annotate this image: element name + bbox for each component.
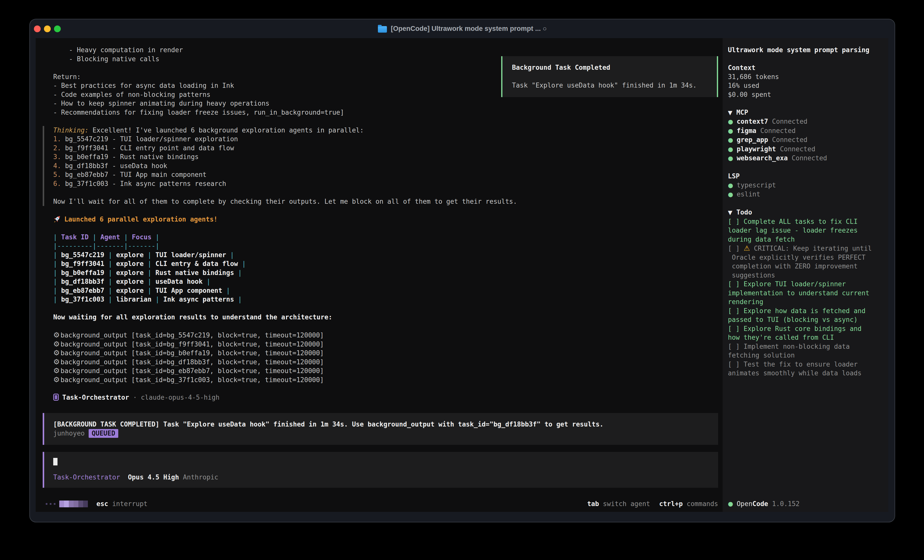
terminal-line: implementation to understand current xyxy=(728,289,884,298)
context-heading: Context xyxy=(728,63,884,72)
terminal-line: Now waiting for all exploration results … xyxy=(36,313,723,322)
close-button[interactable] xyxy=(34,25,40,32)
terminal-line: ⚙background_output [task_id=bg_df18bb3f,… xyxy=(36,358,723,367)
terminal-line: Now I'll wait for all of them to complet… xyxy=(44,197,723,206)
todo-item: [ ] Implement non-blocking datafetching … xyxy=(728,342,884,360)
status-badge: QUEUED xyxy=(88,429,118,438)
terminal-line: 6. bg_37f1c003 - Ink async patterns rese… xyxy=(44,180,723,189)
terminal-line: Thinking: Excellent! I've launched 6 bac… xyxy=(44,126,723,135)
interrupt-label: interrupt xyxy=(112,500,148,508)
terminal-line: - How to keep spinner animating during h… xyxy=(36,99,723,108)
sidebar-footer: ●OpenCode 1.0.152 xyxy=(728,498,884,512)
warn-icon: ⚠ xyxy=(744,244,750,252)
gear-icon: ⚙ xyxy=(53,340,60,348)
terminal: - Heavy computation in render - Blocking… xyxy=(36,38,888,512)
prompt-input[interactable]: Task-Orchestrator Opus 4.5 High Anthropi… xyxy=(43,452,718,488)
status-dot-icon: ● xyxy=(728,118,733,125)
minimize-button[interactable] xyxy=(44,25,51,32)
terminal-line xyxy=(36,322,723,331)
terminal-line xyxy=(36,224,723,233)
todo-section-header[interactable]: ▼Todo xyxy=(728,208,884,217)
titlebar[interactable]: [OpenCode] Ultrawork mode system prompt … xyxy=(30,19,895,38)
context-stat: 31,686 tokens xyxy=(728,72,884,82)
lsp-item: ●eslint xyxy=(728,190,884,199)
terminal-line: - Recommendations for fixing loader free… xyxy=(36,108,723,117)
terminal-line: suggestions xyxy=(728,271,884,280)
terminal-line: rendering xyxy=(728,298,884,307)
terminal-line: [ ] ⚠ CRITICAL: Keep iterating until xyxy=(728,244,884,253)
lsp-item: ●typescript xyxy=(728,181,884,190)
terminal-line: - Heavy computation in render xyxy=(36,46,723,55)
folder-icon xyxy=(378,26,387,33)
lsp-heading: LSP xyxy=(728,172,884,181)
gear-icon: ⚙ xyxy=(53,331,60,339)
todo-item: [ ] ⚠ CRITICAL: Keep iterating until Ora… xyxy=(728,244,884,280)
mcp-heading: MCP xyxy=(736,109,748,116)
terminal-line: | bg_5547c219 | explore | TUI loader/spi… xyxy=(36,251,723,260)
toast-title: Background Task Completed xyxy=(512,64,610,71)
context-stats: 31,686 tokens16% used$0.00 spent xyxy=(728,72,884,99)
todo-item: [ ] Complete ALL tasks to fix CLIloader … xyxy=(728,217,884,244)
conversation-pane[interactable]: - Heavy computation in render - Blocking… xyxy=(36,38,723,512)
terminal-line: [ ] Explore TUI loader/spinner xyxy=(728,280,884,289)
terminal-line: [BACKGROUND TASK COMPLETED] Task "Explor… xyxy=(53,420,712,429)
terminal-line xyxy=(36,384,723,393)
terminal-line: |---------|-------|-------| xyxy=(36,242,723,251)
notification-toast[interactable]: Background Task Completed Task "Explore … xyxy=(501,56,718,97)
zoom-button[interactable] xyxy=(54,25,61,32)
toast-body: Task "Explore useData hook" finished in … xyxy=(512,82,697,89)
terminal-line: | bg_f9ff3041 | explore | CLI entry & da… xyxy=(36,259,723,268)
status-bar: esc interrupt tab switch agent ctrl+p co… xyxy=(36,498,723,512)
terminal-line: how they're called from CLI xyxy=(728,333,884,342)
gear-icon: ⚙ xyxy=(53,375,60,384)
session-title: Ultrawork mode system prompt parsing xyxy=(728,46,884,55)
status-dot-icon: ● xyxy=(728,146,733,153)
mcp-item: ●websearch_exa Connected xyxy=(728,154,884,163)
terminal-line: animates smoothly while data loads xyxy=(728,369,884,378)
gear-icon: ⚙ xyxy=(53,349,60,357)
terminal-line: 1. bg_5547c219 - TUI loader/spinner expl… xyxy=(44,135,723,144)
brand-name: Open xyxy=(737,500,753,508)
terminal-line: 5. bg_eb87ebb7 - TUI App main component xyxy=(44,170,723,180)
todo-list: [ ] Complete ALL tasks to fix CLIloader … xyxy=(728,217,884,378)
todo-item: [ ] Explore Rust core bindings andhow th… xyxy=(728,324,884,342)
status-dot-icon: ● xyxy=(728,127,733,135)
terminal-line: | bg_37f1c003 | librarian | Ink async pa… xyxy=(36,295,723,304)
context-stat: 16% used xyxy=(728,81,884,90)
status-dot-icon: ● xyxy=(728,136,733,144)
terminal-line: Oracle explicitly verifies PERFECT xyxy=(728,253,884,262)
terminal-line xyxy=(36,206,723,215)
terminal-line: fetching solution xyxy=(728,351,884,360)
terminal-output[interactable]: - Heavy computation in render - Blocking… xyxy=(36,46,723,488)
terminal-line: completion with ZERO improvement xyxy=(728,262,884,271)
status-dot-icon: ● xyxy=(728,155,733,162)
todo-item: [ ] Test the fix to ensure loaderanimate… xyxy=(728,360,884,378)
hint-commands: ctrl+p commands xyxy=(659,500,718,508)
status-dot-icon: ● xyxy=(728,500,733,507)
background-task-banner: [BACKGROUND TASK COMPLETED] Task "Explor… xyxy=(43,413,718,445)
mcp-item: ●context7 Connected xyxy=(728,117,884,126)
terminal-line: [ ] Implement non-blocking data xyxy=(728,342,884,351)
context-stat: $0.00 spent xyxy=(728,90,884,99)
progress-spinner-icon xyxy=(46,500,88,507)
terminal-line: loader lag issue - loader freezes xyxy=(728,226,884,235)
text-cursor xyxy=(53,458,57,466)
terminal-line: ⚙background_output [task_id=bg_5547c219,… xyxy=(36,331,723,340)
gear-icon: ⚙ xyxy=(53,366,60,375)
terminal-line: 2. bg_f9ff3041 - CLI entry point and dat… xyxy=(44,144,723,153)
brand-version: 1.0.152 xyxy=(772,500,800,508)
assistant-thinking-block: Thinking: Excellent! I've launched 6 bac… xyxy=(43,126,723,206)
hint-switch-agent: tab switch agent xyxy=(587,500,650,508)
terminal-line xyxy=(44,188,723,197)
terminal-line: [ ] Explore how data is fetched and xyxy=(728,307,884,316)
mcp-item: ●playwright Connected xyxy=(728,145,884,154)
terminal-line: junhoyeo QUEUED xyxy=(53,429,712,438)
mcp-item: ●grep_app Connected xyxy=(728,135,884,145)
todo-item: [ ] Explore how data is fetched andpasse… xyxy=(728,307,884,324)
terminal-line: | bg_eb87ebb7 | explore | TUI App compon… xyxy=(36,286,723,295)
terminal-line: 3. bg_b0effa19 - Rust native bindings xyxy=(44,153,723,162)
mcp-section-header[interactable]: ▼MCP xyxy=(728,108,884,117)
terminal-line: ⚙background_output [task_id=bg_eb87ebb7,… xyxy=(36,366,723,375)
terminal-line xyxy=(36,304,723,313)
sidebar: Ultrawork mode system prompt parsing Con… xyxy=(723,38,888,512)
